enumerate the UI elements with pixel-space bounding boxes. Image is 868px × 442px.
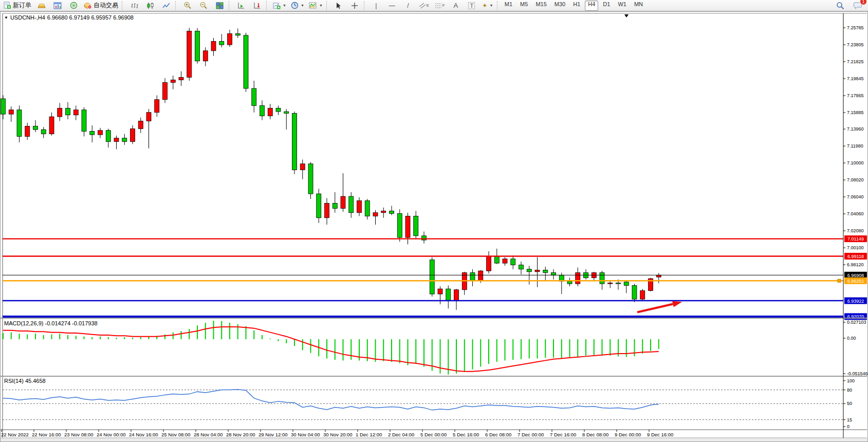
search-button[interactable] — [833, 0, 848, 11]
candle-body — [511, 259, 515, 265]
bar-chart-icon — [131, 2, 138, 9]
date-tick-label: 25 Nov 08:00 — [161, 432, 191, 437]
rsi-axis-label: 0 — [847, 424, 849, 429]
text-label-tool-button[interactable]: T — [464, 0, 479, 11]
trendline-icon: / — [407, 2, 409, 9]
toolbar-right-group: 1 — [833, 0, 866, 11]
price-tick-label: 7.15885 — [847, 110, 864, 115]
toolbar-separator — [122, 1, 125, 10]
date-tick-label: 22 Nov 16:00 — [32, 432, 61, 437]
auto-scroll-button[interactable] — [233, 0, 249, 11]
price-tick-label: 7.06040 — [847, 194, 864, 199]
candle-body — [131, 128, 135, 141]
candle-body — [33, 126, 38, 130]
candle-body — [551, 272, 556, 275]
candle-body — [58, 108, 62, 117]
candle-body — [624, 282, 629, 286]
chevron-down-icon: ▼ — [489, 4, 493, 7]
macd-indicator-label: MACD(12,26,9) -0.014274 -0.017938 — [4, 320, 98, 326]
timeframe-button-w1[interactable]: W1 — [615, 1, 630, 11]
vertical-line-tool-button[interactable]: | — [368, 0, 384, 11]
macd-axis-label: 0.00 — [847, 336, 856, 341]
macd-axis-label: 0.027103 — [847, 320, 866, 325]
timeframe-button-m30[interactable]: M30 — [551, 1, 568, 11]
timeframe-button-m5[interactable]: M5 — [517, 1, 531, 11]
equidistant-channel-icon — [419, 2, 427, 9]
chevron-down-icon: ▼ — [301, 4, 304, 7]
search-icon — [836, 2, 844, 10]
line-chart-icon — [162, 2, 170, 9]
candle-body — [292, 113, 297, 170]
autotrade-icon — [84, 2, 92, 9]
price-tick-label: 7.00100 — [847, 245, 864, 250]
candle-body — [114, 138, 119, 142]
horizontal-line-tool-button[interactable]: — — [384, 0, 400, 11]
bar-chart-mode-button[interactable] — [126, 0, 142, 11]
chart-title: ▼ USDCNH-,H4 6.96680 6.97149 6.95957 6.9… — [4, 14, 134, 21]
price-tick-label: 7.25785 — [847, 25, 864, 30]
candle-body — [106, 131, 110, 142]
signals-radar-icon — [70, 2, 78, 9]
timeframe-group: M1M5M15M30H1H4D1W1MN — [502, 1, 646, 11]
date-tick-label: 30 Nov 20:00 — [323, 432, 353, 437]
candle-body — [317, 194, 321, 218]
line-chart-mode-button[interactable] — [158, 0, 174, 11]
new-order-button[interactable]: 新订单 — [2, 0, 33, 11]
candle-body — [203, 51, 208, 61]
gold-button[interactable] — [34, 0, 49, 11]
candle-body — [66, 108, 70, 115]
candle-body — [487, 256, 491, 271]
timeframe-button-m15[interactable]: M15 — [532, 1, 549, 11]
chart-canvas[interactable]: 7.257857.238057.218257.198457.178657.158… — [0, 11, 868, 442]
new-order-icon — [4, 2, 11, 9]
toolbar-separator — [266, 1, 269, 10]
date-tick-label: 8 Dec 08:00 — [582, 432, 608, 437]
candle-body — [49, 117, 54, 134]
text-label-icon: T — [468, 2, 475, 9]
tile-windows-button[interactable] — [212, 0, 227, 11]
price-tick-label: 7.04060 — [847, 211, 864, 216]
autotrade-label: 自动交易 — [94, 1, 118, 10]
price-tick-label: 7.13960 — [847, 126, 864, 132]
text-tool-icon: A — [453, 2, 458, 9]
timeframe-button-m1[interactable]: M1 — [502, 1, 515, 11]
channel-tool-button[interactable]: E — [416, 0, 432, 11]
profiles-button[interactable]: ▼ — [289, 0, 306, 11]
timeframe-button-h1[interactable]: H1 — [570, 1, 583, 11]
fibonacci-tool-button[interactable]: F — [432, 0, 448, 11]
autotrade-button[interactable]: 自动交易 — [82, 0, 120, 11]
price-tick-label: 7.17865 — [847, 93, 864, 98]
date-tick-label: 7 Dec 16:00 — [550, 432, 576, 437]
candle-body — [1, 99, 6, 114]
trendline-tool-button[interactable]: / — [400, 0, 416, 11]
candle-body — [90, 131, 95, 135]
cursor-tool-button[interactable] — [331, 0, 346, 11]
zoom-in-button[interactable] — [180, 0, 195, 11]
timeframe-button-mn[interactable]: MN — [631, 1, 646, 11]
date-tick-label: 22 Nov 2022 — [1, 432, 29, 437]
crosshair-tool-button[interactable] — [347, 0, 362, 11]
candle-body — [276, 108, 281, 112]
chart-window-button[interactable] — [50, 0, 65, 11]
signals-button[interactable] — [66, 0, 81, 11]
text-tool-button[interactable]: A — [448, 0, 464, 11]
arrows-tool-button[interactable]: ✦ ▼ — [480, 0, 495, 11]
candle-body — [422, 236, 427, 240]
timeframe-button-h4[interactable]: H4 — [585, 1, 598, 11]
notifications-button[interactable]: 1 — [850, 0, 865, 11]
timeframe-button-d1[interactable]: D1 — [600, 1, 613, 11]
date-tick-label: 28 Nov 04:00 — [194, 432, 223, 437]
toolbar-separator — [326, 1, 329, 10]
candle-body — [41, 130, 46, 134]
zoom-out-button[interactable] — [196, 0, 211, 11]
collapse-triangle-icon[interactable]: ▼ — [4, 15, 8, 20]
chart-shift-button[interactable] — [249, 0, 265, 11]
indicators-button[interactable]: ▼ — [307, 0, 325, 11]
orange-line-handle[interactable] — [838, 279, 841, 282]
vertical-line-icon: | — [375, 2, 377, 9]
candle-body — [527, 269, 531, 272]
new-chart-button[interactable]: ▼ — [271, 0, 288, 11]
price-line-label: 7.01149 — [847, 236, 864, 242]
candle-body — [341, 196, 345, 208]
candlestick-mode-button[interactable] — [142, 0, 158, 11]
